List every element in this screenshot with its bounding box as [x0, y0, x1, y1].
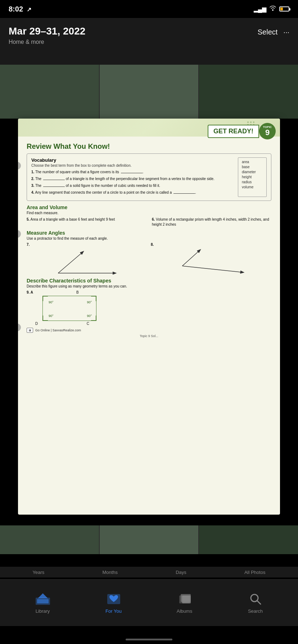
document-container: GET READY! TOPIC 9 Review What You Know!… [18, 119, 280, 515]
search-icon [249, 593, 262, 606]
describe-shapes-heading: Describe Characteristics of Shapes [27, 278, 271, 284]
signal-icon: ▂▄▆ [254, 6, 266, 13]
header-right: Select ··· [258, 28, 289, 36]
vocab-left: Vocabulary Choose the best term from the… [31, 157, 232, 197]
topic-badge-area: GET READY! TOPIC 9 [208, 123, 276, 139]
measure-angles-instruction: Use a protractor to find the measure of … [27, 236, 271, 240]
photo-grid-bottom [0, 525, 298, 554]
get-ready-label: GET READY! [208, 125, 259, 138]
for-you-icon [106, 593, 122, 606]
area-volume-instruction: Find each measure. [27, 211, 271, 215]
vocab-word-diameter: diameter [242, 170, 263, 174]
svg-line-3 [182, 250, 200, 266]
bottom-photo-2 [100, 525, 199, 554]
problem-9-label: 9. AB [27, 290, 271, 294]
topic-circle: TOPIC 9 [259, 123, 276, 139]
vocab-instruction: Choose the best term from the box to com… [31, 164, 232, 167]
doc-footer: ⊞ Go Online | SavvasRealize.com [27, 328, 271, 333]
status-time: 8:02 ↗ [9, 5, 31, 13]
area-volume-heading: Area and Volume [27, 204, 271, 210]
nav-label-foryou: For You [105, 608, 122, 614]
corner-d-label: D [35, 322, 38, 326]
review-title: Review What You Know! [27, 142, 271, 151]
nav-label-library: Library [36, 608, 50, 614]
photo-cell-3 [199, 65, 298, 119]
nav-label-allphotos[interactable]: All Photos [244, 570, 266, 575]
vocab-item-4: 4. Any line segment that connects the ce… [31, 190, 232, 195]
header-area: Mar 29–31, 2022 Home & more Select ··· [0, 18, 298, 65]
go-online-text: Go Online | SavvasRealize.com [35, 328, 81, 332]
vocab-word-radius: radius [242, 180, 263, 184]
angle-8-label: 8. [151, 243, 271, 247]
photo-cell-2 [100, 65, 199, 119]
search-icon-wrap [247, 592, 265, 606]
foryou-icon-wrap [105, 592, 123, 606]
vocab-item-2: 2. The of a triangle is the length of th… [31, 176, 232, 181]
svg-line-12 [257, 601, 261, 604]
albums-icon-wrap [176, 592, 194, 606]
bottom-photo-3 [199, 525, 298, 554]
status-icons: ▂▄▆ [254, 6, 289, 13]
document-inner: Review What You Know! Vocabulary Choose … [18, 119, 280, 515]
header-date: Mar 29–31, 2022 [9, 25, 85, 37]
go-online-icon: ⊞ [27, 328, 33, 333]
wifi-icon [269, 6, 276, 12]
angle-br: 90° [87, 314, 92, 318]
nav-item-search[interactable]: Search [234, 592, 277, 614]
nav-labels: Years Months Days All Photos [0, 567, 298, 578]
nav-label-albums: Albums [177, 608, 192, 614]
nav-item-foryou[interactable]: For You [92, 592, 135, 614]
nav-item-albums[interactable]: Albums [163, 592, 206, 614]
angle-8-box: 8. [151, 243, 271, 275]
angle-bl: 90° [49, 314, 54, 318]
angle-tr: 90° [87, 300, 92, 304]
nav-label-years[interactable]: Years [33, 570, 45, 575]
vocab-word-base: base [242, 165, 263, 169]
angle-8-svg [151, 248, 271, 277]
more-options-icon[interactable]: ··· [283, 28, 289, 36]
vocab-word-height: height [242, 175, 263, 179]
vocab-word-volume: volume [242, 185, 263, 189]
library-icon [35, 593, 51, 606]
status-bar: 8:02 ↗ ▂▄▆ [0, 0, 298, 18]
nav-label-months[interactable]: Months [102, 570, 118, 575]
svg-rect-10 [182, 595, 191, 603]
select-button[interactable]: Select [258, 28, 278, 36]
svg-line-2 [182, 266, 244, 272]
bottom-labels: D C [35, 322, 89, 326]
angle-tl: 90° [49, 300, 54, 304]
vocab-word-box: area base diameter height radius volume [238, 157, 267, 197]
header-left: Mar 29–31, 2022 Home & more [9, 25, 85, 45]
vocab-item-1: 1. The number of square units that a fig… [31, 170, 232, 175]
corner-tl [43, 296, 48, 301]
rectangle-diagram: 90° 90° 90° 90° [42, 296, 96, 321]
location-icon: ↗ [27, 6, 31, 13]
albums-icon [178, 593, 191, 606]
corner-c-label: C [87, 322, 89, 326]
nav-label-days[interactable]: Days [176, 570, 186, 575]
problem-5: 5. Area of a triangle with a base 6 feet… [27, 217, 146, 227]
describe-shapes-instruction: Describe this figure using as many geome… [27, 284, 271, 288]
corner-tr [91, 296, 96, 301]
library-icon-wrap [34, 592, 52, 606]
vocab-word-area: area [242, 160, 263, 164]
bottom-nav: Library For You Albums [0, 579, 298, 626]
shapes-section: Describe Characteristics of Shapes Descr… [27, 278, 271, 326]
photo-grid-top [0, 65, 298, 119]
svg-line-1 [58, 252, 83, 273]
rectangle-wrapper: 90° 90° 90° 90° D C [35, 296, 271, 326]
angle-7-svg [27, 248, 147, 277]
bottom-photo-1 [0, 525, 99, 554]
angle-7-box: 7. [27, 243, 147, 275]
nav-item-library[interactable]: Library [21, 592, 64, 614]
angles-row: 7. 8. [27, 243, 271, 275]
angle-7-label: 7. [27, 243, 147, 247]
vocab-heading: Vocabulary [31, 157, 232, 163]
home-indicator [126, 639, 172, 640]
problem-6: 6. Volume of a rectangular prism with le… [152, 217, 271, 227]
corner-br [91, 316, 96, 321]
vocabulary-box: Vocabulary Choose the best term from the… [27, 153, 271, 201]
nav-label-search: Search [248, 608, 263, 614]
vocab-item-3: 3. The of a solid figure is the number o… [31, 183, 232, 188]
measure-angles-heading: Measure Angles [27, 230, 271, 236]
